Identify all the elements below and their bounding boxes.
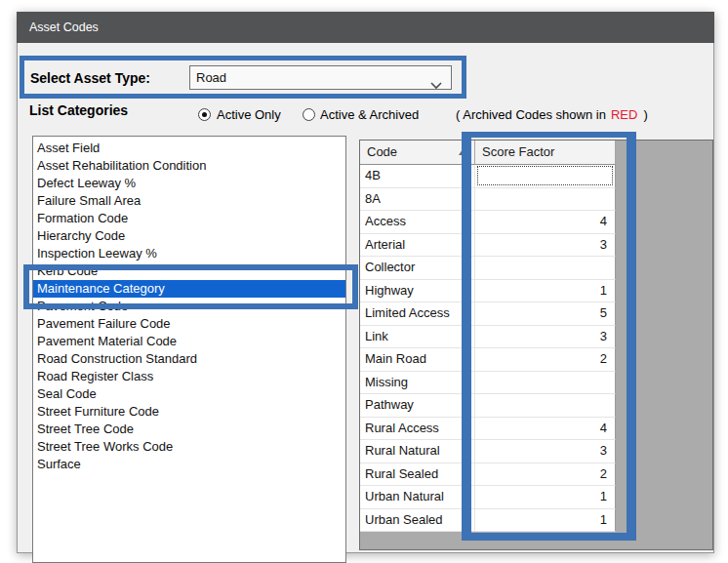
- list-item[interactable]: Defect Leeway %: [33, 175, 345, 192]
- radio-active-only-icon[interactable]: [198, 108, 211, 121]
- list-item[interactable]: Road Construction Standard: [33, 350, 345, 368]
- asset-type-label: Select Asset Type:: [30, 70, 150, 86]
- table-row: Arterial3: [360, 234, 712, 258]
- codes-grid: Code Score Factor 4B8AAccess4Arterial3Co…: [359, 140, 713, 550]
- code-cell[interactable]: Rural Sealed: [360, 463, 475, 487]
- list-item[interactable]: Pavement Failure Code: [33, 315, 345, 333]
- code-cell[interactable]: Limited Access: [360, 302, 475, 326]
- list-item[interactable]: Pavement Code: [33, 298, 345, 315]
- code-cell[interactable]: Main Road: [360, 348, 475, 372]
- asset-type-value: Road: [196, 70, 226, 85]
- radio-active-archived-icon[interactable]: [303, 108, 315, 121]
- table-row: 8A: [360, 188, 712, 212]
- asset-codes-dialog: Asset Codes Select Asset Type: Road List…: [0, 0, 728, 563]
- score-factor-cell[interactable]: 1: [475, 486, 616, 509]
- sort-ascending-icon: [459, 149, 466, 155]
- category-list[interactable]: Asset FieldAsset Rehabilitation Conditio…: [32, 136, 346, 563]
- list-item[interactable]: Street Furniture Code: [33, 403, 345, 421]
- code-cell[interactable]: Rural Access: [360, 418, 475, 441]
- table-row: Limited Access5: [360, 302, 712, 326]
- code-cell[interactable]: 4B: [360, 165, 475, 188]
- score-factor-cell[interactable]: 2: [475, 463, 616, 487]
- focused-cell-outline: [477, 166, 613, 185]
- score-factor-cell[interactable]: 3: [475, 234, 616, 258]
- list-item[interactable]: Failure Small Area: [33, 192, 345, 210]
- column-header-code[interactable]: Code: [360, 141, 475, 165]
- table-row: Link3: [360, 326, 712, 349]
- table-row: Collector: [360, 257, 712, 280]
- list-item[interactable]: Seal Code: [33, 385, 345, 403]
- code-cell[interactable]: Urban Sealed: [360, 509, 475, 533]
- table-row: Missing: [360, 372, 712, 395]
- archived-note: ( Archived Codes shown inRED): [456, 107, 648, 122]
- code-cell[interactable]: Link: [360, 326, 475, 349]
- score-factor-cell[interactable]: 4: [475, 418, 616, 441]
- radio-active-archived-label[interactable]: Active & Archived: [320, 107, 419, 122]
- score-factor-cell[interactable]: 2: [475, 348, 616, 372]
- score-factor-cell[interactable]: [475, 165, 616, 188]
- score-factor-cell[interactable]: [475, 257, 616, 280]
- archived-note-suffix: ): [643, 107, 647, 122]
- score-factor-cell[interactable]: 5: [475, 302, 616, 326]
- code-cell[interactable]: Highway: [360, 280, 475, 303]
- grid-header: Code Score Factor: [360, 141, 712, 165]
- list-item[interactable]: Street Tree Works Code: [33, 438, 345, 456]
- list-item-selected[interactable]: Maintenance Category: [33, 280, 345, 298]
- score-factor-cell[interactable]: 1: [475, 280, 616, 303]
- column-header-score-factor[interactable]: Score Factor: [475, 141, 616, 165]
- list-item[interactable]: Inspection Leeway %: [33, 245, 345, 262]
- score-factor-cell[interactable]: 4: [475, 211, 616, 234]
- archived-note-red: RED: [611, 107, 637, 122]
- code-cell[interactable]: Urban Natural: [360, 486, 475, 509]
- code-cell[interactable]: Collector: [360, 257, 475, 280]
- window-title: Asset Codes: [29, 20, 99, 34]
- score-factor-cell[interactable]: 3: [475, 326, 616, 349]
- code-cell[interactable]: 8A: [360, 188, 475, 212]
- list-item[interactable]: Asset Rehabilitation Condition: [33, 157, 345, 175]
- list-item[interactable]: Hierarchy Code: [33, 227, 345, 245]
- score-factor-cell[interactable]: [475, 188, 616, 212]
- list-item[interactable]: Street Tree Code: [33, 421, 345, 438]
- list-item[interactable]: Kerb Code: [33, 262, 345, 280]
- table-row: Urban Sealed1: [360, 509, 712, 533]
- title-bar: Asset Codes: [17, 12, 714, 43]
- list-item[interactable]: Formation Code: [33, 210, 345, 227]
- list-item[interactable]: Asset Field: [33, 140, 345, 157]
- score-factor-cell[interactable]: [475, 394, 616, 418]
- table-row: Rural Sealed2: [360, 463, 712, 487]
- code-cell[interactable]: Missing: [360, 372, 475, 395]
- list-item[interactable]: Road Register Class: [33, 368, 345, 385]
- table-row: Rural Natural3: [360, 440, 712, 463]
- score-factor-cell[interactable]: [475, 372, 616, 395]
- score-factor-cell[interactable]: 3: [475, 440, 616, 463]
- table-row: Rural Access4: [360, 418, 712, 441]
- asset-type-dropdown[interactable]: Road: [189, 65, 452, 90]
- table-row: Main Road2: [360, 348, 712, 372]
- table-row: 4B: [360, 165, 712, 188]
- table-row: Highway1: [360, 280, 712, 303]
- archived-note-prefix: ( Archived Codes shown in: [456, 107, 606, 122]
- code-cell[interactable]: Arterial: [360, 234, 475, 258]
- table-row: Urban Natural1: [360, 486, 712, 509]
- code-cell[interactable]: Access: [360, 211, 475, 234]
- code-cell[interactable]: Pathway: [360, 394, 475, 418]
- list-categories-label: List Categories: [29, 102, 128, 118]
- radio-active-only-label[interactable]: Active Only: [217, 107, 281, 122]
- score-factor-cell[interactable]: 1: [475, 509, 616, 533]
- table-row: Access4: [360, 211, 712, 234]
- chevron-down-icon: [430, 74, 442, 97]
- list-item[interactable]: Surface: [33, 456, 345, 473]
- code-cell[interactable]: Rural Natural: [360, 440, 475, 463]
- grid-body: 4B8AAccess4Arterial3CollectorHighway1Lim…: [360, 165, 712, 532]
- table-row: Pathway: [360, 394, 712, 418]
- list-item[interactable]: Pavement Material Code: [33, 333, 345, 350]
